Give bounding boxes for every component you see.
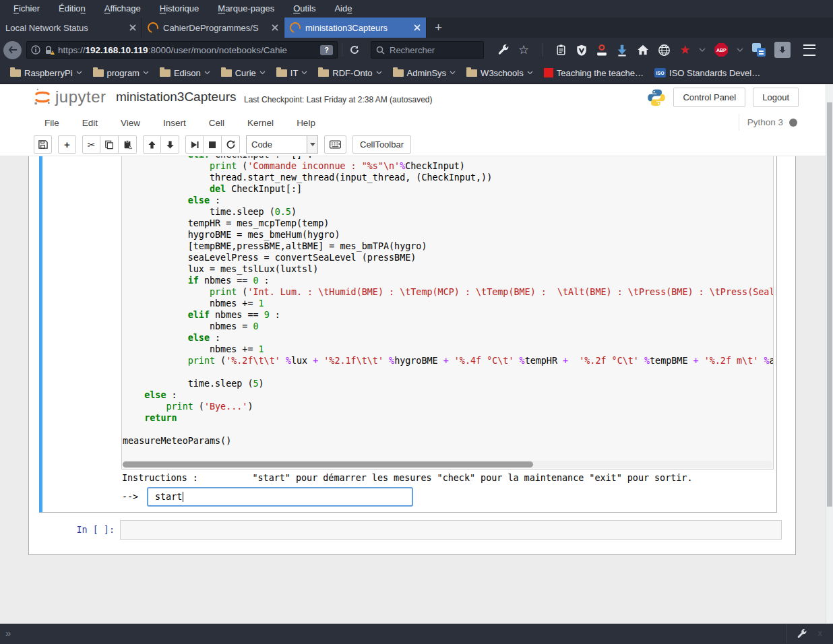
code-line: print ('%.2f\t\t' %lux + '%2.1f\t\t' %hy… — [123, 355, 772, 366]
scrollbar-thumb[interactable] — [827, 102, 832, 507]
bookmark-item[interactable]: Curie — [216, 68, 270, 78]
bookmark-item[interactable]: IT — [272, 68, 313, 78]
logout-button[interactable]: Logout — [753, 88, 799, 107]
bookmark-item[interactable]: AdminSys — [388, 68, 461, 78]
cut-cell-button[interactable]: ✂ — [82, 135, 100, 154]
stop-kernel-button[interactable] — [204, 135, 222, 154]
notebook-menu-help[interactable]: Help — [285, 118, 327, 128]
console-expand-button[interactable]: » — [5, 627, 11, 639]
close-icon[interactable] — [414, 24, 421, 31]
tab-ministation3capteurs[interactable]: ministation3Capteurs — [284, 18, 427, 38]
paste-cell-button[interactable] — [119, 135, 137, 154]
divider — [542, 43, 543, 57]
adblock-plus-icon[interactable]: ABP — [714, 43, 728, 57]
help-badge[interactable]: ? — [320, 45, 333, 55]
browser-menu-item[interactable]: Historique — [150, 0, 209, 18]
clipboard-history-icon[interactable] — [555, 44, 567, 56]
cell-type-select[interactable]: Code — [246, 135, 318, 154]
browser-menu-item[interactable]: Édition — [49, 0, 95, 18]
back-button[interactable] — [3, 41, 22, 59]
browser-menu-item[interactable]: Aide — [325, 0, 361, 18]
code-cell-input[interactable]: elif CheckInput != [] : print ('Commande… — [121, 156, 774, 470]
tab-cahierdeprogrammes[interactable]: CahierDeProgrammes/S — [142, 18, 284, 38]
notebook-menu-file[interactable]: File — [33, 118, 71, 128]
folder-icon — [318, 69, 329, 77]
divider — [342, 43, 342, 57]
download-manager-button[interactable] — [774, 42, 791, 58]
new-tab-button[interactable]: + — [427, 18, 450, 38]
browser-menu-item[interactable]: Fichier — [4, 0, 49, 18]
bookmark-item[interactable]: W3schools — [462, 68, 538, 78]
console-tools-button[interactable] — [797, 629, 807, 639]
close-icon[interactable] — [129, 24, 136, 31]
browser-menu-item[interactable]: Outils — [284, 0, 325, 18]
bookmark-item[interactable]: RDF-Onto — [313, 68, 386, 78]
bookmark-item[interactable]: RaspberryPi — [5, 68, 87, 78]
chevron-down-icon[interactable] — [737, 48, 743, 52]
celltoolbar-button[interactable]: CellToolbar — [352, 135, 411, 154]
copy-cell-button[interactable] — [100, 135, 119, 154]
code-line: del CheckInput[:] — [123, 183, 772, 195]
save-button[interactable] — [34, 135, 52, 154]
page-scrollbar[interactable] — [826, 84, 833, 623]
notebook-title[interactable]: ministation3Capteurs — [116, 90, 236, 104]
menu-hamburger-icon[interactable] — [803, 44, 815, 56]
chevron-down-icon[interactable] — [699, 48, 706, 52]
shield-icon[interactable] — [576, 44, 588, 57]
notebook-menu-cell[interactable]: Cell — [197, 118, 236, 128]
code-line: else : — [123, 332, 772, 344]
notebook-menu-bar: FileEditViewInsertCellKernelHelp — [33, 112, 327, 133]
jupyter-logo[interactable]: jupyter — [34, 88, 106, 106]
select-dropdown-zone[interactable] — [307, 136, 317, 153]
download-arrow-icon[interactable] — [616, 44, 628, 57]
url-bar[interactable]: https://192.168.10.119:8000/user/moon/no… — [26, 41, 338, 59]
browser-menu-item[interactable]: Marque-pages — [208, 0, 284, 18]
browser-menu-item[interactable]: Affichage — [95, 0, 150, 18]
close-icon[interactable] — [272, 24, 278, 31]
tab-local-network-status[interactable]: Local Network Status — [0, 18, 142, 38]
bookmark-item[interactable]: program — [88, 68, 154, 78]
notebook-menu-insert[interactable]: Insert — [152, 118, 197, 128]
scrollbar-thumb[interactable] — [123, 461, 533, 468]
downloader-icon[interactable] — [596, 44, 607, 57]
stdin-input-field[interactable]: start — [147, 487, 413, 507]
bookmark-item[interactable]: Edison — [155, 68, 215, 78]
translate-icon[interactable] — [752, 43, 766, 57]
code-editor[interactable]: elif CheckInput != [] : print ('Commande… — [123, 156, 772, 447]
red-star-icon[interactable]: ★ — [679, 44, 690, 56]
command-palette-button[interactable] — [324, 135, 346, 154]
code-horizontal-scrollbar[interactable] — [123, 461, 772, 468]
notebook-menu-kernel[interactable]: Kernel — [236, 118, 285, 128]
keyboard-icon — [330, 140, 341, 149]
text-cursor — [183, 492, 183, 502]
restart-kernel-button[interactable] — [222, 135, 240, 154]
info-icon[interactable] — [31, 45, 40, 55]
code-line — [123, 366, 772, 378]
home-icon[interactable] — [637, 44, 649, 56]
output-instructions: Instructions : "start" pour démarrer les… — [122, 473, 693, 483]
kernel-indicator: Python 3 — [739, 114, 805, 131]
wrench-icon[interactable] — [497, 44, 510, 56]
arrow-up-icon — [148, 140, 156, 150]
empty-cell-prompt: In [ ]: — [61, 525, 115, 535]
reload-button[interactable] — [346, 44, 363, 55]
tab-title: CahierDeProgrammes/S — [163, 23, 267, 33]
control-panel-button[interactable]: Control Panel — [673, 88, 745, 107]
globe-icon[interactable] — [658, 44, 671, 57]
notebook-menu-edit[interactable]: Edit — [71, 118, 109, 128]
run-cell-button[interactable] — [185, 135, 204, 154]
empty-code-cell[interactable] — [120, 520, 782, 540]
bookmark-item[interactable]: ISOISO Standards Devel… — [650, 68, 765, 78]
move-cell-up-button[interactable] — [143, 135, 161, 154]
notebook-menu-view[interactable]: View — [109, 118, 152, 128]
bookmark-star-icon[interactable]: ☆ — [518, 44, 529, 56]
bookmark-label: ISO Standards Devel… — [669, 68, 760, 78]
bookmark-item[interactable]: Teaching the teache… — [539, 68, 648, 78]
jupyter-logo-text: jupyter — [55, 88, 106, 106]
jupyter-logo-icon — [34, 88, 51, 106]
console-close-button[interactable]: x — [818, 628, 823, 638]
move-cell-down-button[interactable] — [161, 135, 179, 154]
add-cell-button[interactable]: + — [58, 135, 76, 154]
insecure-lock-icon[interactable] — [44, 45, 55, 55]
search-field[interactable]: Rechercher — [371, 41, 484, 59]
